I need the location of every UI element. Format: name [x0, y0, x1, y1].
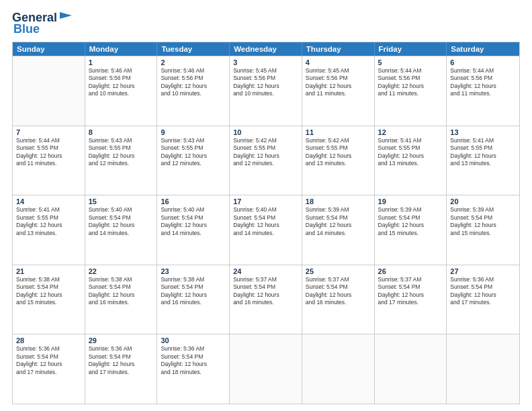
- empty-cell: [302, 334, 375, 404]
- day-number: 17: [233, 197, 298, 205]
- empty-cell: [375, 334, 447, 404]
- day-number: 3: [233, 58, 298, 66]
- day-number: 1: [89, 58, 154, 66]
- day-cell-2: 2Sunrise: 5:46 AM Sunset: 5:56 PM Daylig…: [157, 56, 230, 126]
- calendar-row-4: 21Sunrise: 5:38 AM Sunset: 5:54 PM Dayli…: [13, 265, 519, 334]
- day-number: 12: [378, 128, 443, 136]
- day-info: Sunrise: 5:40 AM Sunset: 5:54 PM Dayligh…: [233, 206, 298, 237]
- day-cell-24: 24Sunrise: 5:37 AM Sunset: 5:54 PM Dayli…: [230, 265, 302, 334]
- day-info: Sunrise: 5:43 AM Sunset: 5:55 PM Dayligh…: [161, 137, 226, 168]
- day-number: 28: [16, 336, 81, 345]
- day-number: 6: [450, 58, 516, 66]
- day-cell-19: 19Sunrise: 5:39 AM Sunset: 5:54 PM Dayli…: [375, 195, 447, 265]
- day-info: Sunrise: 5:38 AM Sunset: 5:54 PM Dayligh…: [89, 276, 154, 307]
- weekday-header-thursday: Thursday: [302, 42, 375, 56]
- day-info: Sunrise: 5:45 AM Sunset: 5:56 PM Dayligh…: [233, 67, 298, 98]
- day-cell-7: 7Sunrise: 5:44 AM Sunset: 5:55 PM Daylig…: [13, 126, 85, 195]
- empty-cell: [230, 334, 302, 404]
- day-number: 14: [16, 197, 81, 205]
- day-cell-13: 13Sunrise: 5:41 AM Sunset: 5:55 PM Dayli…: [447, 126, 519, 195]
- weekday-header-tuesday: Tuesday: [157, 42, 230, 56]
- day-info: Sunrise: 5:40 AM Sunset: 5:54 PM Dayligh…: [89, 206, 154, 237]
- calendar-row-5: 28Sunrise: 5:36 AM Sunset: 5:54 PM Dayli…: [13, 334, 519, 404]
- day-info: Sunrise: 5:44 AM Sunset: 5:56 PM Dayligh…: [378, 67, 443, 98]
- logo-blue: Blue: [13, 22, 40, 36]
- day-number: 18: [306, 197, 371, 205]
- day-number: 11: [306, 128, 371, 136]
- day-number: 23: [161, 267, 226, 275]
- header: General Blue: [12, 11, 520, 36]
- day-info: Sunrise: 5:40 AM Sunset: 5:54 PM Dayligh…: [161, 206, 226, 237]
- calendar-header-row: SundayMondayTuesdayWednesdayThursdayFrid…: [13, 42, 519, 56]
- day-number: 7: [16, 128, 81, 136]
- day-number: 2: [161, 58, 226, 66]
- calendar-row-1: 1Sunrise: 5:46 AM Sunset: 5:56 PM Daylig…: [13, 56, 519, 126]
- day-cell-25: 25Sunrise: 5:37 AM Sunset: 5:54 PM Dayli…: [302, 265, 375, 334]
- day-cell-22: 22Sunrise: 5:38 AM Sunset: 5:54 PM Dayli…: [85, 265, 158, 334]
- day-info: Sunrise: 5:38 AM Sunset: 5:54 PM Dayligh…: [161, 276, 226, 307]
- logo-flag-icon: [58, 11, 73, 22]
- logo: General Blue: [12, 11, 73, 36]
- day-cell-16: 16Sunrise: 5:40 AM Sunset: 5:54 PM Dayli…: [157, 195, 230, 265]
- day-number: 16: [161, 197, 226, 205]
- day-cell-11: 11Sunrise: 5:42 AM Sunset: 5:55 PM Dayli…: [302, 126, 375, 195]
- empty-cell: [447, 334, 519, 404]
- page: General Blue SundayMondayTuesdayWednesda…: [0, 0, 532, 411]
- empty-cell: [13, 56, 85, 126]
- day-number: 26: [378, 267, 443, 275]
- day-info: Sunrise: 5:38 AM Sunset: 5:54 PM Dayligh…: [16, 276, 81, 307]
- day-number: 9: [161, 128, 226, 136]
- day-info: Sunrise: 5:37 AM Sunset: 5:54 PM Dayligh…: [233, 276, 298, 307]
- day-cell-12: 12Sunrise: 5:41 AM Sunset: 5:55 PM Dayli…: [375, 126, 447, 195]
- day-cell-6: 6Sunrise: 5:44 AM Sunset: 5:56 PM Daylig…: [447, 56, 519, 126]
- day-info: Sunrise: 5:39 AM Sunset: 5:54 PM Dayligh…: [378, 206, 443, 237]
- day-number: 22: [89, 267, 154, 275]
- day-number: 25: [306, 267, 371, 275]
- day-cell-18: 18Sunrise: 5:39 AM Sunset: 5:54 PM Dayli…: [302, 195, 375, 265]
- day-number: 24: [233, 267, 298, 275]
- calendar-row-2: 7Sunrise: 5:44 AM Sunset: 5:55 PM Daylig…: [13, 126, 519, 195]
- day-cell-1: 1Sunrise: 5:46 AM Sunset: 5:56 PM Daylig…: [85, 56, 158, 126]
- day-info: Sunrise: 5:36 AM Sunset: 5:54 PM Dayligh…: [89, 345, 154, 376]
- day-cell-14: 14Sunrise: 5:41 AM Sunset: 5:55 PM Dayli…: [13, 195, 85, 265]
- day-info: Sunrise: 5:41 AM Sunset: 5:55 PM Dayligh…: [450, 137, 516, 168]
- weekday-header-saturday: Saturday: [447, 42, 519, 56]
- day-cell-4: 4Sunrise: 5:45 AM Sunset: 5:56 PM Daylig…: [302, 56, 375, 126]
- day-number: 20: [450, 197, 516, 205]
- day-cell-27: 27Sunrise: 5:36 AM Sunset: 5:54 PM Dayli…: [447, 265, 519, 334]
- day-info: Sunrise: 5:37 AM Sunset: 5:54 PM Dayligh…: [306, 276, 371, 307]
- day-cell-15: 15Sunrise: 5:40 AM Sunset: 5:54 PM Dayli…: [85, 195, 158, 265]
- calendar-row-3: 14Sunrise: 5:41 AM Sunset: 5:55 PM Dayli…: [13, 195, 519, 265]
- day-info: Sunrise: 5:43 AM Sunset: 5:55 PM Dayligh…: [89, 137, 154, 168]
- weekday-header-monday: Monday: [85, 42, 158, 56]
- weekday-header-sunday: Sunday: [13, 42, 85, 56]
- day-info: Sunrise: 5:46 AM Sunset: 5:56 PM Dayligh…: [89, 67, 154, 98]
- day-info: Sunrise: 5:42 AM Sunset: 5:55 PM Dayligh…: [233, 137, 298, 168]
- day-number: 4: [306, 58, 371, 66]
- day-info: Sunrise: 5:39 AM Sunset: 5:54 PM Dayligh…: [450, 206, 516, 237]
- day-cell-10: 10Sunrise: 5:42 AM Sunset: 5:55 PM Dayli…: [230, 126, 302, 195]
- day-info: Sunrise: 5:36 AM Sunset: 5:54 PM Dayligh…: [161, 345, 226, 376]
- day-info: Sunrise: 5:36 AM Sunset: 5:54 PM Dayligh…: [450, 276, 516, 307]
- day-info: Sunrise: 5:46 AM Sunset: 5:56 PM Dayligh…: [161, 67, 226, 98]
- day-number: 30: [161, 336, 226, 345]
- day-info: Sunrise: 5:44 AM Sunset: 5:55 PM Dayligh…: [16, 137, 81, 168]
- calendar-body: 1Sunrise: 5:46 AM Sunset: 5:56 PM Daylig…: [13, 56, 519, 404]
- day-number: 10: [233, 128, 298, 136]
- svg-marker-0: [60, 12, 72, 19]
- day-number: 19: [378, 197, 443, 205]
- day-info: Sunrise: 5:36 AM Sunset: 5:54 PM Dayligh…: [16, 345, 81, 376]
- weekday-header-friday: Friday: [375, 42, 447, 56]
- day-cell-21: 21Sunrise: 5:38 AM Sunset: 5:54 PM Dayli…: [13, 265, 85, 334]
- day-number: 15: [89, 197, 154, 205]
- day-cell-28: 28Sunrise: 5:36 AM Sunset: 5:54 PM Dayli…: [13, 334, 85, 404]
- day-number: 8: [89, 128, 154, 136]
- day-info: Sunrise: 5:42 AM Sunset: 5:55 PM Dayligh…: [306, 137, 371, 168]
- day-cell-5: 5Sunrise: 5:44 AM Sunset: 5:56 PM Daylig…: [375, 56, 447, 126]
- day-cell-17: 17Sunrise: 5:40 AM Sunset: 5:54 PM Dayli…: [230, 195, 302, 265]
- day-cell-9: 9Sunrise: 5:43 AM Sunset: 5:55 PM Daylig…: [157, 126, 230, 195]
- day-cell-29: 29Sunrise: 5:36 AM Sunset: 5:54 PM Dayli…: [85, 334, 158, 404]
- day-info: Sunrise: 5:37 AM Sunset: 5:54 PM Dayligh…: [378, 276, 443, 307]
- calendar: SundayMondayTuesdayWednesdayThursdayFrid…: [12, 42, 520, 404]
- day-info: Sunrise: 5:45 AM Sunset: 5:56 PM Dayligh…: [306, 67, 371, 98]
